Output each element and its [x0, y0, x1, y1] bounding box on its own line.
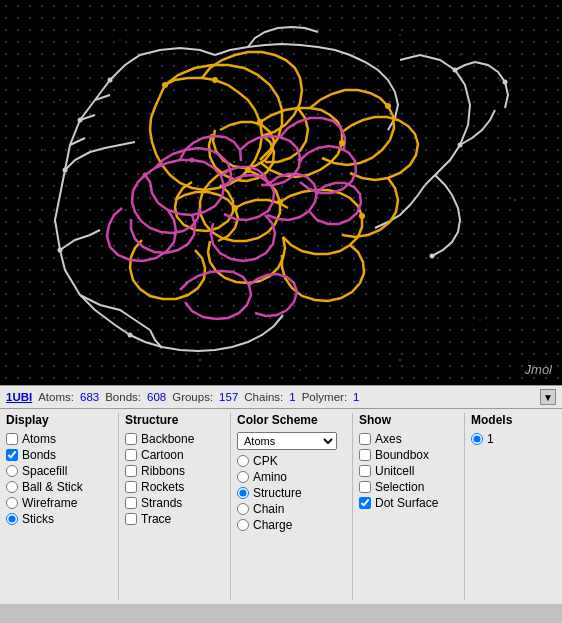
display-sticks-radio[interactable]: [6, 513, 18, 525]
svg-point-27: [245, 167, 251, 173]
structure-trace-checkbox[interactable]: [125, 513, 137, 525]
svg-point-7: [509, 149, 511, 151]
svg-point-37: [503, 80, 508, 85]
color-chain-radio[interactable]: [237, 503, 249, 515]
svg-point-3: [299, 24, 302, 27]
structure-strands-row[interactable]: Strands: [125, 496, 228, 510]
molecule-display: [0, 0, 562, 385]
structure-backbone-row[interactable]: Backbone: [125, 432, 228, 446]
color-amino-row[interactable]: Amino: [237, 470, 350, 484]
info-bar: 1UBI Atoms: 683 Bonds: 608 Groups: 157 C…: [0, 385, 562, 409]
color-chain-label: Chain: [253, 502, 284, 516]
structure-strands-checkbox[interactable]: [125, 497, 137, 509]
display-ballstick-row[interactable]: Ball & Stick: [6, 480, 116, 494]
models-column: Models 1: [464, 413, 544, 600]
structure-rockets-checkbox[interactable]: [125, 481, 137, 493]
color-charge-radio[interactable]: [237, 519, 249, 531]
structure-cartoon-label: Cartoon: [141, 448, 184, 462]
svg-point-4: [399, 34, 401, 36]
svg-point-26: [277, 199, 283, 205]
structure-rockets-label: Rockets: [141, 480, 184, 494]
bonds-label: Bonds:: [105, 391, 141, 403]
display-sticks-row[interactable]: Sticks: [6, 512, 116, 526]
display-ballstick-radio[interactable]: [6, 481, 18, 493]
display-bonds-checkbox[interactable]: [6, 449, 18, 461]
display-spacefill-row[interactable]: Spacefill: [6, 464, 116, 478]
svg-point-13: [199, 359, 202, 362]
model-1-radio[interactable]: [471, 433, 483, 445]
model-1-row[interactable]: 1: [471, 432, 544, 446]
show-selection-checkbox[interactable]: [359, 481, 371, 493]
show-boundbox-row[interactable]: Boundbox: [359, 448, 462, 462]
display-wireframe-row[interactable]: Wireframe: [6, 496, 116, 510]
color-amino-label: Amino: [253, 470, 287, 484]
color-charge-label: Charge: [253, 518, 292, 532]
display-spacefill-label: Spacefill: [22, 464, 67, 478]
show-dotsurface-row[interactable]: Dot Surface: [359, 496, 462, 510]
structure-trace-label: Trace: [141, 512, 171, 526]
svg-point-29: [359, 213, 365, 219]
show-selection-row[interactable]: Selection: [359, 480, 462, 494]
models-header: Models: [471, 413, 544, 428]
show-axes-checkbox[interactable]: [359, 433, 371, 445]
show-unitcell-row[interactable]: Unitcell: [359, 464, 462, 478]
svg-point-40: [143, 173, 148, 178]
display-atoms-checkbox[interactable]: [6, 433, 18, 445]
svg-point-36: [453, 68, 458, 73]
display-spacefill-radio[interactable]: [6, 465, 18, 477]
svg-point-14: [99, 339, 101, 341]
structure-ribbons-label: Ribbons: [141, 464, 185, 478]
svg-point-16: [39, 219, 42, 222]
show-unitcell-checkbox[interactable]: [359, 465, 371, 477]
display-bonds-row[interactable]: Bonds: [6, 448, 116, 462]
model-1-label: 1: [487, 432, 494, 446]
color-cpk-row[interactable]: CPK: [237, 454, 350, 468]
color-structure-row[interactable]: Structure: [237, 486, 350, 500]
color-amino-radio[interactable]: [237, 471, 249, 483]
structure-cartoon-checkbox[interactable]: [125, 449, 137, 461]
svg-point-22: [162, 82, 168, 88]
show-axes-row[interactable]: Axes: [359, 432, 462, 446]
structure-trace-row[interactable]: Trace: [125, 512, 228, 526]
svg-point-10: [479, 319, 481, 321]
structure-strands-label: Strands: [141, 496, 182, 510]
groups-label: Groups:: [172, 391, 213, 403]
structure-ribbons-row[interactable]: Ribbons: [125, 464, 228, 478]
svg-point-8: [514, 199, 517, 202]
bonds-value: 608: [147, 391, 166, 403]
display-header: Display: [6, 413, 116, 428]
show-dotsurface-label: Dot Surface: [375, 496, 438, 510]
structure-header: Structure: [125, 413, 228, 428]
structure-backbone-checkbox[interactable]: [125, 433, 137, 445]
svg-point-2: [199, 29, 201, 31]
color-charge-row[interactable]: Charge: [237, 518, 350, 532]
jmol-watermark: Jmol: [525, 362, 552, 377]
svg-point-11: [399, 359, 402, 362]
structure-column: Structure Backbone Cartoon Ribbons Rocke…: [118, 413, 228, 600]
show-header: Show: [359, 413, 462, 428]
svg-point-15: [49, 289, 51, 291]
display-wireframe-radio[interactable]: [6, 497, 18, 509]
show-unitcell-label: Unitcell: [375, 464, 414, 478]
display-wireframe-label: Wireframe: [22, 496, 77, 510]
color-structure-label: Structure: [253, 486, 302, 500]
groups-value: 157: [219, 391, 238, 403]
color-chain-row[interactable]: Chain: [237, 502, 350, 516]
svg-point-39: [430, 254, 435, 259]
show-dotsurface-checkbox[interactable]: [359, 497, 371, 509]
show-boundbox-checkbox[interactable]: [359, 449, 371, 461]
show-axes-label: Axes: [375, 432, 402, 446]
structure-rockets-row[interactable]: Rockets: [125, 480, 228, 494]
color-cpk-radio[interactable]: [237, 455, 249, 467]
structure-ribbons-checkbox[interactable]: [125, 465, 137, 477]
molecular-viewer[interactable]: Jmol: [0, 0, 562, 385]
svg-point-23: [212, 77, 218, 83]
display-atoms-row[interactable]: Atoms: [6, 432, 116, 446]
color-scheme-dropdown[interactable]: Atoms Residue Chain Secondary Structure …: [237, 432, 337, 450]
pdb-id-link[interactable]: 1UBI: [6, 391, 32, 403]
structure-cartoon-row[interactable]: Cartoon: [125, 448, 228, 462]
svg-point-28: [385, 103, 391, 109]
expand-button[interactable]: ▼: [540, 389, 556, 405]
svg-point-18: [59, 99, 61, 101]
color-structure-radio[interactable]: [237, 487, 249, 499]
